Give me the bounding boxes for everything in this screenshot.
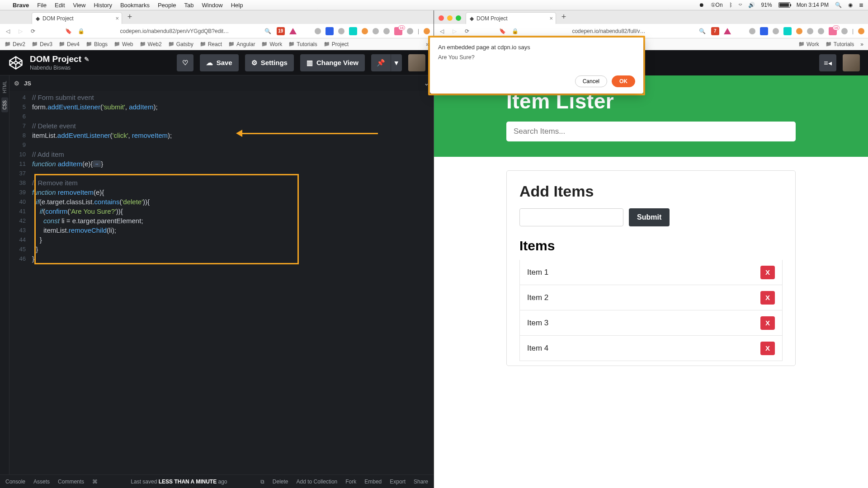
change-view-button[interactable]: ▥Change View bbox=[300, 54, 365, 71]
footer-add-collection[interactable]: Add to Collection bbox=[297, 479, 338, 485]
menu-window[interactable]: Window bbox=[202, 2, 222, 9]
cancel-button[interactable]: Cancel bbox=[575, 75, 607, 87]
bm-folder[interactable]: Work bbox=[261, 41, 282, 47]
menu-tab[interactable]: Tab bbox=[184, 2, 193, 9]
bm-folder[interactable]: Tutorials bbox=[288, 41, 317, 47]
footer-delete[interactable]: Delete bbox=[273, 479, 288, 485]
zoom-icon[interactable]: 🔍 bbox=[698, 27, 707, 35]
url-text[interactable]: codepen.io/nabendu82/full/v… bbox=[524, 28, 694, 34]
bm-folder[interactable]: Web bbox=[114, 41, 133, 47]
add-item-input[interactable] bbox=[519, 208, 623, 226]
avatar[interactable] bbox=[408, 54, 425, 71]
spotlight-icon[interactable]: 🔍 bbox=[835, 2, 842, 8]
pin-dropdown-icon[interactable]: ▾ bbox=[391, 54, 402, 71]
zoom-icon[interactable]: 🔍 bbox=[264, 27, 272, 35]
bm-folder[interactable]: Dev2 bbox=[5, 41, 25, 47]
footer-fork[interactable]: Fork bbox=[345, 479, 356, 485]
nav-back-icon[interactable]: ◁ bbox=[4, 27, 12, 35]
new-tab-button[interactable]: + bbox=[559, 12, 569, 22]
footer-export[interactable]: Export bbox=[390, 479, 406, 485]
wifi-icon[interactable]: ⌔ bbox=[739, 2, 742, 8]
edit-icon[interactable]: ✎ bbox=[84, 56, 90, 63]
ext-icon[interactable] bbox=[383, 28, 390, 34]
save-button[interactable]: ☁Save bbox=[200, 54, 239, 71]
bm-folder[interactable]: React bbox=[200, 41, 222, 47]
ext-icon[interactable] bbox=[841, 28, 848, 34]
screen-record-icon[interactable]: ⏺︎ bbox=[699, 2, 704, 8]
ext-icon[interactable] bbox=[349, 27, 357, 35]
footer-open-icon[interactable]: ⧉ bbox=[260, 479, 264, 485]
new-tab-button[interactable]: + bbox=[125, 12, 135, 22]
bm-folder[interactable]: Dev3 bbox=[32, 41, 52, 47]
delete-button[interactable]: X bbox=[760, 342, 775, 355]
panel-tab-html[interactable]: HTML bbox=[1, 78, 8, 96]
ext-icon[interactable] bbox=[783, 27, 792, 35]
menu-edit[interactable]: Edit bbox=[55, 2, 65, 9]
ext-icon[interactable] bbox=[362, 28, 368, 34]
ext-icon[interactable] bbox=[773, 28, 779, 34]
ext-icon[interactable] bbox=[326, 27, 334, 35]
ext-icon[interactable] bbox=[829, 27, 837, 35]
delete-button[interactable]: X bbox=[760, 291, 775, 305]
menu-history[interactable]: History bbox=[94, 2, 112, 9]
bm-overflow-icon[interactable]: » bbox=[860, 41, 863, 47]
notification-icon[interactable]: ≣ bbox=[859, 2, 863, 8]
footer-share[interactable]: Share bbox=[414, 479, 428, 485]
traffic-lights-right[interactable] bbox=[439, 15, 461, 21]
menu-view[interactable]: View bbox=[73, 2, 86, 9]
bm-folder[interactable]: Angular bbox=[228, 41, 255, 47]
bm-folder[interactable]: Gatsby bbox=[168, 41, 193, 47]
profile-icon[interactable] bbox=[424, 28, 430, 34]
brave-icon[interactable] bbox=[724, 28, 731, 34]
siri-icon[interactable]: ◉ bbox=[848, 2, 853, 8]
nav-fwd-icon[interactable]: ▷ bbox=[450, 27, 458, 35]
submit-button[interactable]: Submit bbox=[629, 208, 670, 226]
url-text[interactable]: codepen.io/nabendu82/pen/vYGgdQB?edit… bbox=[90, 28, 259, 34]
bm-folder[interactable]: Blogs bbox=[86, 41, 108, 47]
nav-fwd-icon[interactable]: ▷ bbox=[16, 27, 24, 35]
close-icon[interactable]: × bbox=[549, 15, 553, 22]
ext-icon[interactable] bbox=[796, 28, 802, 34]
view-toggle-icon[interactable]: ≡◂ bbox=[819, 54, 836, 71]
bm-folder[interactable]: Dev4 bbox=[59, 41, 80, 47]
bm-folder[interactable]: Project bbox=[324, 41, 349, 47]
nav-reload-icon[interactable]: ⟳ bbox=[463, 27, 471, 35]
menu-file[interactable]: File bbox=[37, 2, 47, 9]
code-editor[interactable]: 4// Form submit event 5form.addEventList… bbox=[9, 91, 434, 474]
settings-button[interactable]: ⚙Settings bbox=[245, 54, 294, 71]
brave-icon[interactable] bbox=[289, 28, 297, 34]
one-badge-icon[interactable]: ①On bbox=[711, 2, 723, 8]
bm-overflow-icon[interactable]: » bbox=[426, 41, 429, 47]
profile-icon[interactable] bbox=[858, 28, 864, 34]
footer-embed[interactable]: Embed bbox=[364, 479, 382, 485]
traffic-lights-left[interactable] bbox=[5, 15, 27, 21]
shield-badge-icon[interactable]: 19 bbox=[277, 27, 285, 35]
bookmark-icon[interactable]: 🔖 bbox=[64, 27, 72, 35]
ext-icon[interactable] bbox=[760, 27, 768, 35]
footer-shortcuts-icon[interactable]: ⌘ bbox=[92, 479, 98, 485]
battery-icon[interactable] bbox=[778, 2, 790, 8]
browser-tab-right[interactable]: ◆ DOM Project × bbox=[466, 12, 556, 24]
ok-button[interactable]: OK bbox=[612, 75, 635, 87]
editor-tab-js[interactable]: ⚙ JS ⌄ bbox=[9, 75, 434, 91]
bookmark-icon[interactable]: 🔖 bbox=[498, 27, 506, 35]
ext-icon[interactable] bbox=[407, 28, 413, 34]
codepen-logo-icon[interactable] bbox=[8, 55, 24, 70]
delete-button[interactable]: X bbox=[760, 316, 775, 330]
chevron-down-icon[interactable]: ⌄ bbox=[424, 80, 429, 87]
clock[interactable]: Mon 3:14 PM bbox=[797, 2, 829, 8]
browser-tab-left[interactable]: ◆ DOM Project × bbox=[32, 12, 122, 24]
delete-button[interactable]: X bbox=[760, 266, 775, 279]
ext-icon[interactable] bbox=[315, 28, 321, 34]
bm-folder[interactable]: Work bbox=[798, 41, 819, 47]
menubar-app[interactable]: Brave bbox=[13, 2, 29, 9]
pin-button[interactable]: 📌 bbox=[371, 54, 391, 71]
menu-people[interactable]: People bbox=[158, 2, 176, 9]
bm-folder[interactable]: Web2 bbox=[140, 41, 162, 47]
search-input[interactable] bbox=[506, 122, 796, 141]
panel-tab-css[interactable]: CSS bbox=[1, 98, 8, 113]
ext-icon[interactable] bbox=[749, 28, 755, 34]
bm-folder[interactable]: Tutorials bbox=[826, 41, 854, 47]
nav-back-icon[interactable]: ◁ bbox=[438, 27, 446, 35]
ext-icon[interactable] bbox=[338, 28, 344, 34]
